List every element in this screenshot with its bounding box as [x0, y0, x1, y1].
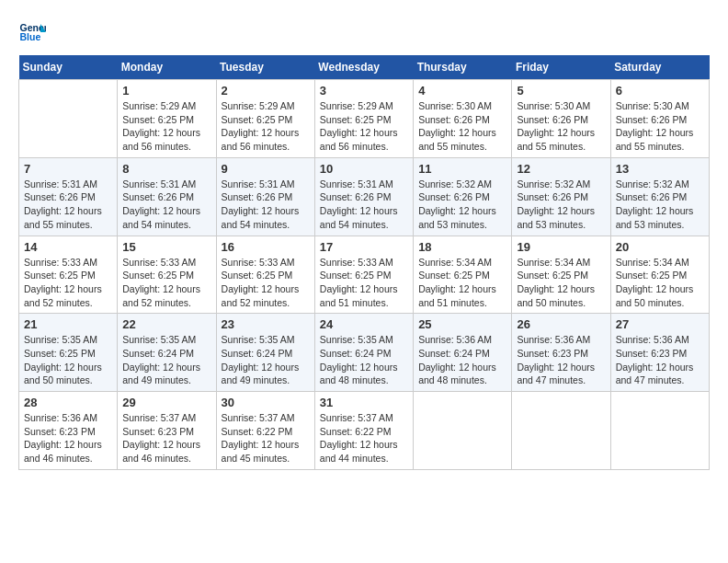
- day-info: Sunrise: 5:30 AM Sunset: 6:26 PM Dayligh…: [517, 99, 605, 154]
- calendar-week-row: 7Sunrise: 5:31 AM Sunset: 6:26 PM Daylig…: [19, 157, 710, 236]
- day-number: 5: [517, 84, 605, 98]
- day-number: 21: [24, 317, 112, 331]
- calendar-day: 18Sunrise: 5:34 AM Sunset: 6:25 PM Dayli…: [414, 236, 512, 314]
- calendar-day: 28Sunrise: 5:36 AM Sunset: 6:23 PM Dayli…: [19, 392, 118, 470]
- day-info: Sunrise: 5:36 AM Sunset: 6:23 PM Dayligh…: [517, 333, 605, 387]
- day-info: Sunrise: 5:37 AM Sunset: 6:23 PM Dayligh…: [122, 411, 210, 465]
- day-number: 2: [222, 84, 310, 98]
- column-header-friday: Friday: [512, 55, 610, 80]
- day-number: 28: [24, 396, 112, 409]
- day-info: Sunrise: 5:33 AM Sunset: 6:25 PM Dayligh…: [122, 256, 210, 310]
- day-number: 27: [616, 317, 704, 331]
- day-info: Sunrise: 5:35 AM Sunset: 6:24 PM Dayligh…: [122, 333, 210, 387]
- calendar-header-row: SundayMondayTuesdayWednesdayThursdayFrid…: [19, 55, 710, 80]
- day-number: 8: [122, 162, 210, 176]
- calendar-day: 30Sunrise: 5:37 AM Sunset: 6:22 PM Dayli…: [216, 392, 314, 470]
- day-number: 29: [122, 396, 210, 409]
- calendar-day: 16Sunrise: 5:33 AM Sunset: 6:25 PM Dayli…: [216, 236, 314, 314]
- column-header-wednesday: Wednesday: [314, 55, 413, 80]
- calendar-day: [512, 392, 610, 470]
- calendar-day: 24Sunrise: 5:35 AM Sunset: 6:24 PM Dayli…: [314, 314, 413, 392]
- calendar-week-row: 28Sunrise: 5:36 AM Sunset: 6:23 PM Dayli…: [19, 392, 710, 470]
- day-info: Sunrise: 5:33 AM Sunset: 6:25 PM Dayligh…: [222, 256, 310, 310]
- calendar-table: SundayMondayTuesdayWednesdayThursdayFrid…: [18, 55, 710, 470]
- day-info: Sunrise: 5:36 AM Sunset: 6:23 PM Dayligh…: [616, 333, 704, 387]
- calendar-day: 22Sunrise: 5:35 AM Sunset: 6:24 PM Dayli…: [118, 314, 216, 392]
- day-info: Sunrise: 5:35 AM Sunset: 6:24 PM Dayligh…: [222, 333, 310, 387]
- calendar-day: [610, 392, 709, 470]
- day-info: Sunrise: 5:37 AM Sunset: 6:22 PM Dayligh…: [320, 411, 408, 465]
- day-number: 11: [418, 162, 506, 176]
- calendar-day: 15Sunrise: 5:33 AM Sunset: 6:25 PM Dayli…: [118, 236, 216, 314]
- day-info: Sunrise: 5:29 AM Sunset: 6:25 PM Dayligh…: [222, 99, 310, 154]
- day-info: Sunrise: 5:36 AM Sunset: 6:23 PM Dayligh…: [24, 411, 112, 465]
- calendar-day: 26Sunrise: 5:36 AM Sunset: 6:23 PM Dayli…: [512, 314, 610, 392]
- day-number: 26: [517, 317, 605, 331]
- day-number: 10: [320, 162, 408, 176]
- day-number: 16: [222, 240, 310, 254]
- calendar-day: 13Sunrise: 5:32 AM Sunset: 6:26 PM Dayli…: [610, 157, 709, 236]
- day-number: 19: [517, 240, 605, 254]
- calendar-day: 31Sunrise: 5:37 AM Sunset: 6:22 PM Dayli…: [314, 392, 413, 470]
- day-info: Sunrise: 5:31 AM Sunset: 6:26 PM Dayligh…: [320, 178, 408, 232]
- calendar-day: 23Sunrise: 5:35 AM Sunset: 6:24 PM Dayli…: [216, 314, 314, 392]
- column-header-monday: Monday: [118, 55, 216, 80]
- day-number: 15: [122, 240, 210, 254]
- day-number: 23: [222, 317, 310, 331]
- calendar-day: [414, 392, 512, 470]
- day-info: Sunrise: 5:30 AM Sunset: 6:26 PM Dayligh…: [616, 99, 704, 154]
- logo-icon: General Blue: [18, 18, 46, 46]
- calendar-day: 14Sunrise: 5:33 AM Sunset: 6:25 PM Dayli…: [19, 236, 118, 314]
- column-header-sunday: Sunday: [19, 55, 118, 80]
- column-header-saturday: Saturday: [610, 55, 709, 80]
- day-number: 30: [222, 396, 310, 409]
- day-number: 7: [24, 162, 112, 176]
- calendar-day: 3Sunrise: 5:29 AM Sunset: 6:25 PM Daylig…: [314, 80, 413, 158]
- day-info: Sunrise: 5:35 AM Sunset: 6:25 PM Dayligh…: [24, 333, 112, 387]
- day-number: 9: [222, 162, 310, 176]
- calendar-day: 29Sunrise: 5:37 AM Sunset: 6:23 PM Dayli…: [118, 392, 216, 470]
- day-number: 3: [320, 84, 408, 98]
- day-info: Sunrise: 5:32 AM Sunset: 6:26 PM Dayligh…: [418, 178, 506, 232]
- calendar-day: 8Sunrise: 5:31 AM Sunset: 6:26 PM Daylig…: [118, 157, 216, 236]
- day-number: 25: [418, 317, 506, 331]
- day-number: 24: [320, 317, 408, 331]
- calendar-day: 20Sunrise: 5:34 AM Sunset: 6:25 PM Dayli…: [610, 236, 709, 314]
- day-info: Sunrise: 5:36 AM Sunset: 6:24 PM Dayligh…: [418, 333, 506, 387]
- day-number: 13: [616, 162, 704, 176]
- day-info: Sunrise: 5:30 AM Sunset: 6:26 PM Dayligh…: [418, 99, 506, 154]
- day-info: Sunrise: 5:33 AM Sunset: 6:25 PM Dayligh…: [24, 256, 112, 310]
- day-number: 4: [418, 84, 506, 98]
- logo: General Blue: [18, 18, 50, 46]
- calendar-day: 11Sunrise: 5:32 AM Sunset: 6:26 PM Dayli…: [414, 157, 512, 236]
- day-number: 1: [122, 84, 210, 98]
- page-header: General Blue: [18, 18, 710, 46]
- day-info: Sunrise: 5:34 AM Sunset: 6:25 PM Dayligh…: [418, 256, 506, 310]
- calendar-day: 25Sunrise: 5:36 AM Sunset: 6:24 PM Dayli…: [414, 314, 512, 392]
- calendar-week-row: 14Sunrise: 5:33 AM Sunset: 6:25 PM Dayli…: [19, 236, 710, 314]
- calendar-day: 4Sunrise: 5:30 AM Sunset: 6:26 PM Daylig…: [414, 80, 512, 158]
- day-info: Sunrise: 5:35 AM Sunset: 6:24 PM Dayligh…: [320, 333, 408, 387]
- calendar-day: 9Sunrise: 5:31 AM Sunset: 6:26 PM Daylig…: [216, 157, 314, 236]
- calendar-day: 27Sunrise: 5:36 AM Sunset: 6:23 PM Dayli…: [610, 314, 709, 392]
- day-info: Sunrise: 5:37 AM Sunset: 6:22 PM Dayligh…: [222, 411, 310, 465]
- column-header-thursday: Thursday: [414, 55, 512, 80]
- day-info: Sunrise: 5:32 AM Sunset: 6:26 PM Dayligh…: [517, 178, 605, 232]
- svg-text:Blue: Blue: [20, 31, 41, 42]
- day-info: Sunrise: 5:31 AM Sunset: 6:26 PM Dayligh…: [222, 178, 310, 232]
- day-info: Sunrise: 5:34 AM Sunset: 6:25 PM Dayligh…: [517, 256, 605, 310]
- day-info: Sunrise: 5:31 AM Sunset: 6:26 PM Dayligh…: [24, 178, 112, 232]
- calendar-day: 21Sunrise: 5:35 AM Sunset: 6:25 PM Dayli…: [19, 314, 118, 392]
- day-number: 14: [24, 240, 112, 254]
- calendar-day: 1Sunrise: 5:29 AM Sunset: 6:25 PM Daylig…: [118, 80, 216, 158]
- day-info: Sunrise: 5:33 AM Sunset: 6:25 PM Dayligh…: [320, 256, 408, 310]
- day-number: 6: [616, 84, 704, 98]
- calendar-day: 7Sunrise: 5:31 AM Sunset: 6:26 PM Daylig…: [19, 157, 118, 236]
- calendar-day: 5Sunrise: 5:30 AM Sunset: 6:26 PM Daylig…: [512, 80, 610, 158]
- day-info: Sunrise: 5:29 AM Sunset: 6:25 PM Dayligh…: [122, 99, 210, 154]
- calendar-day: 19Sunrise: 5:34 AM Sunset: 6:25 PM Dayli…: [512, 236, 610, 314]
- calendar-day: 6Sunrise: 5:30 AM Sunset: 6:26 PM Daylig…: [610, 80, 709, 158]
- calendar-day: 12Sunrise: 5:32 AM Sunset: 6:26 PM Dayli…: [512, 157, 610, 236]
- column-header-tuesday: Tuesday: [216, 55, 314, 80]
- day-number: 20: [616, 240, 704, 254]
